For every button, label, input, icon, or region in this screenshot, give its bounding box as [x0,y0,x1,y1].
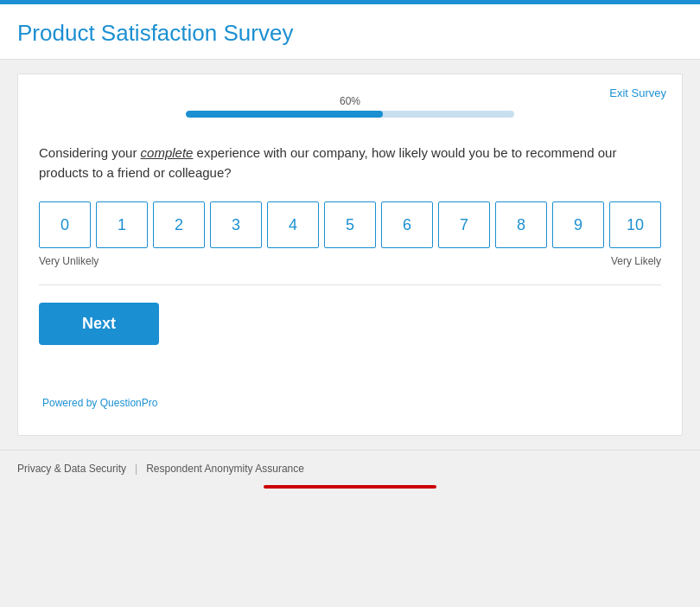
footer: Privacy & Data Security | Respondent Ano… [0,450,700,482]
footer-divider: | [135,463,137,475]
rating-option-7[interactable]: 7 [438,201,490,248]
rating-option-1[interactable]: 1 [96,201,148,248]
next-button[interactable]: Next [39,303,159,345]
powered-by-brand: QuestionPro [100,397,158,409]
rating-option-2[interactable]: 2 [153,201,205,248]
red-bar [264,485,436,489]
rating-option-0[interactable]: 0 [39,201,91,248]
main-content: Exit Survey 60% Considering your complet… [0,60,700,450]
rating-labels: Very Unlikely Very Likely [39,255,661,267]
rating-option-3[interactable]: 3 [210,201,262,248]
rating-option-8[interactable]: 8 [495,201,547,248]
powered-by-prefix: Powered by [42,397,100,409]
exit-survey-link[interactable]: Exit Survey [609,86,666,99]
page-title-section: Product Satisfaction Survey [0,4,700,60]
question-text-em: complete [141,145,194,160]
progress-label: 60% [340,95,360,107]
footer-bottom-indicator [0,485,700,489]
rating-option-5[interactable]: 5 [324,201,376,248]
page-title: Product Satisfaction Survey [17,20,683,47]
rating-option-9[interactable]: 9 [552,201,604,248]
progress-section: 60% [39,92,661,118]
footer-anonymity-link[interactable]: Respondent Anonymity Assurance [146,463,304,475]
rating-option-4[interactable]: 4 [267,201,319,248]
progress-bar-fill [186,111,383,118]
rating-option-10[interactable]: 10 [609,201,661,248]
survey-card: Exit Survey 60% Considering your complet… [17,73,683,436]
progress-bar-container [186,111,514,118]
footer-privacy-link[interactable]: Privacy & Data Security [17,463,126,475]
question-text-before: Considering your [39,145,141,160]
rating-row: 0 1 2 3 4 5 6 7 8 9 10 [39,201,661,248]
rating-label-left: Very Unlikely [39,255,99,267]
question-text: Considering your complete experience wit… [39,144,661,182]
rating-label-right: Very Likely [611,255,661,267]
rating-option-6[interactable]: 6 [381,201,433,248]
powered-by: Powered by QuestionPro [39,397,661,409]
divider [39,284,661,285]
